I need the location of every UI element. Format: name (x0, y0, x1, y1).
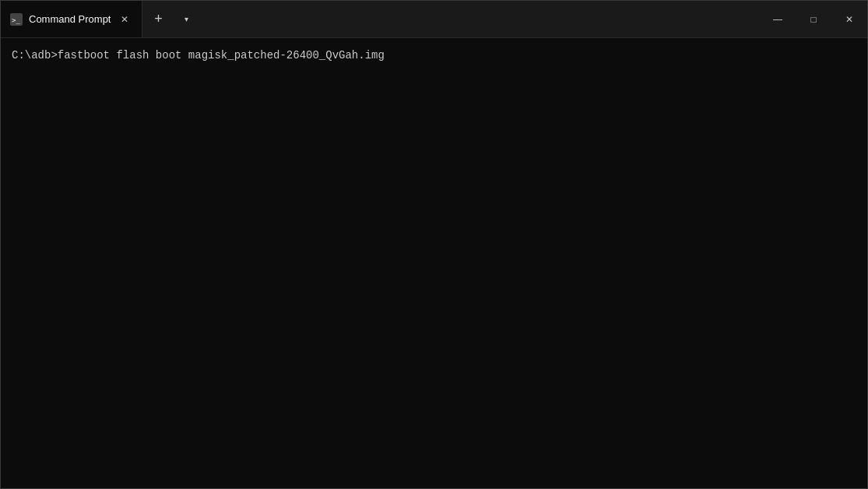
close-button[interactable]: ✕ (831, 1, 867, 37)
window-controls: — □ ✕ (760, 1, 867, 37)
maximize-button[interactable]: □ (796, 1, 831, 37)
tab-title: Command Prompt (29, 13, 111, 25)
svg-text:>_: >_ (12, 16, 20, 24)
terminal-icon: >_ (10, 13, 23, 26)
titlebar-left: >_ Command Prompt ✕ + ▾ (1, 1, 760, 37)
terminal-body[interactable]: C:\adb>fastboot flash boot magisk_patche… (1, 38, 867, 488)
active-tab[interactable]: >_ Command Prompt ✕ (1, 1, 142, 37)
tab-dropdown-button[interactable]: ▾ (174, 1, 199, 37)
terminal-window: >_ Command Prompt ✕ + ▾ — (0, 0, 868, 489)
tab-close-button[interactable]: ✕ (117, 12, 132, 27)
titlebar: >_ Command Prompt ✕ + ▾ — (1, 1, 867, 38)
terminal-line-1: C:\adb>fastboot flash boot magisk_patche… (12, 47, 856, 64)
minimize-button[interactable]: — (760, 1, 796, 37)
new-tab-button[interactable]: + (142, 1, 174, 37)
